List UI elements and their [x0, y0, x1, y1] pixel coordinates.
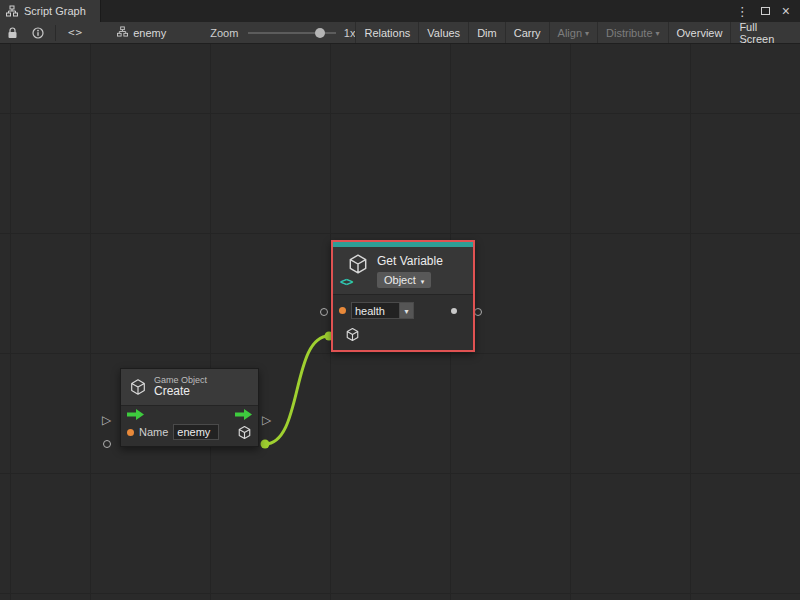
distribute-button[interactable]: Distribute▾	[597, 22, 667, 43]
toolbar-buttons: Relations Values Dim Carry Align▾ Distri…	[355, 22, 800, 43]
dim-button[interactable]: Dim	[468, 22, 505, 43]
caret-down-icon: ▾	[421, 278, 425, 285]
values-button[interactable]: Values	[418, 22, 468, 43]
gameobject-connection-wire[interactable]	[265, 336, 329, 444]
create-title: Create	[154, 385, 207, 399]
caret-down-icon: ▾	[585, 30, 589, 38]
create-name-row: Name	[121, 421, 258, 446]
script-graph-icon	[6, 5, 18, 17]
zoom-slider[interactable]	[248, 27, 335, 39]
tab-script-graph[interactable]: Script Graph	[0, 0, 101, 22]
caret-down-icon: ▾	[656, 30, 660, 38]
control-input-arrow-icon[interactable]	[127, 409, 144, 420]
control-output-arrow-icon[interactable]	[235, 409, 252, 420]
fullscreen-button[interactable]: Full Screen	[730, 22, 800, 43]
node-get-variable[interactable]: <> Get Variable Object ▾ ▾	[331, 240, 475, 352]
graph-owner-label: enemy	[133, 27, 166, 39]
distribute-label: Distribute	[606, 27, 652, 39]
variable-name-dropdown-button[interactable]: ▾	[399, 302, 414, 319]
code-preview-toggle[interactable]: <>	[60, 26, 91, 39]
create-output-port-connected[interactable]	[261, 440, 270, 449]
graph-canvas[interactable]: ▷ ▷ <> Get Variable Object ▾	[0, 44, 800, 600]
titlebar: Script Graph ⋮ ×	[0, 0, 800, 22]
variable-name-input[interactable]	[351, 302, 399, 319]
close-icon[interactable]: ×	[782, 4, 790, 18]
caret-down-icon: ▾	[404, 308, 408, 316]
gameobject-output-icon[interactable]	[237, 425, 252, 440]
node-game-object-create[interactable]: Game Object Create Name	[120, 368, 259, 447]
getvar-value-output-port[interactable]	[474, 308, 482, 316]
gameobject-target-icon	[345, 327, 360, 342]
variable-kind-value: Object	[384, 274, 416, 286]
create-header: Game Object Create	[121, 369, 258, 406]
toolbar-separator	[55, 25, 56, 41]
name-port-dot[interactable]	[127, 429, 134, 436]
getvar-icon: <>	[341, 253, 369, 287]
getvar-title: Get Variable	[377, 254, 443, 268]
carry-button[interactable]: Carry	[505, 22, 549, 43]
create-control-input-port[interactable]: ▷	[102, 414, 111, 426]
overview-button[interactable]: Overview	[668, 22, 731, 43]
variable-kind-dropdown[interactable]: Object ▾	[377, 272, 431, 288]
getvar-name-row: ▾	[333, 295, 473, 323]
fullscreen-label: Full Screen	[739, 21, 792, 45]
values-label: Values	[427, 27, 460, 39]
menu-kebab-icon[interactable]: ⋮	[736, 5, 749, 18]
cube-icon	[129, 378, 147, 396]
align-button[interactable]: Align▾	[549, 22, 597, 43]
code-badge-icon: <>	[340, 275, 352, 289]
relations-label: Relations	[364, 27, 410, 39]
graph-owner[interactable]: enemy	[117, 26, 166, 39]
getvar-header: <> Get Variable Object ▾	[333, 247, 473, 295]
name-label: Name	[139, 426, 168, 438]
name-value-input[interactable]	[173, 424, 219, 440]
variable-name-combo[interactable]: ▾	[351, 302, 414, 319]
carry-label: Carry	[514, 27, 541, 39]
zoom-value: 1x	[344, 27, 356, 39]
value-output-dot[interactable]	[451, 308, 457, 314]
zoom-slider-handle[interactable]	[315, 28, 325, 38]
graph-owner-icon	[117, 26, 128, 39]
align-label: Align	[558, 27, 582, 39]
relations-button[interactable]: Relations	[355, 22, 418, 43]
tab-title: Script Graph	[24, 5, 86, 17]
lock-icon[interactable]	[0, 22, 25, 43]
getvar-name-input-port[interactable]	[320, 308, 328, 316]
create-control-output-port[interactable]: ▷	[262, 414, 271, 426]
cube-icon	[347, 253, 369, 275]
overview-label: Overview	[677, 27, 723, 39]
create-control-row	[121, 406, 258, 421]
maximize-icon[interactable]	[761, 7, 770, 15]
dim-label: Dim	[477, 27, 497, 39]
window-controls: ⋮ ×	[736, 0, 800, 22]
getvar-target-row	[333, 323, 473, 350]
name-port-dot[interactable]	[339, 307, 346, 314]
info-icon[interactable]	[25, 22, 51, 43]
create-name-input-port[interactable]	[103, 440, 111, 448]
script-graph-window: Script Graph ⋮ × <> enemy Zoom 1x	[0, 0, 800, 600]
graph-toolbar: <> enemy Zoom 1x Relations Values Dim Ca…	[0, 22, 800, 44]
zoom-label: Zoom	[210, 27, 238, 39]
